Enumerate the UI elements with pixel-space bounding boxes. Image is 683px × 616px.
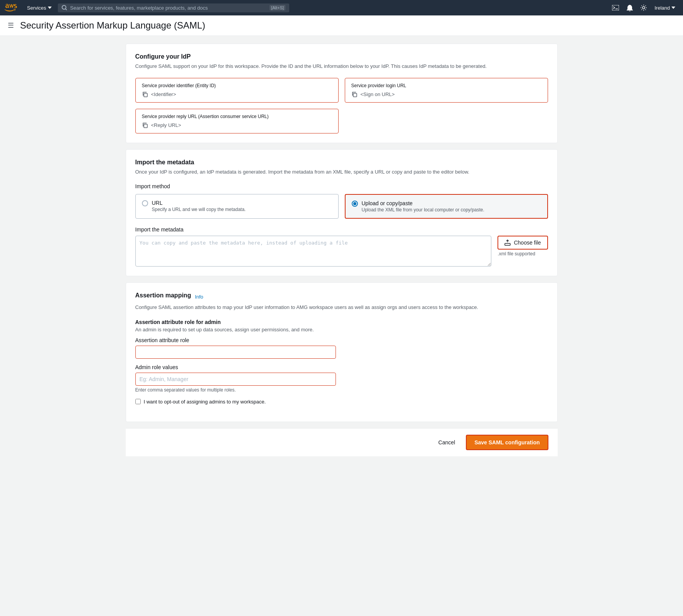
choose-file-label: Choose file — [514, 240, 541, 246]
admin-role-values-input[interactable] — [135, 373, 336, 386]
upload-option-desc: Upload the XML file from your local comp… — [362, 207, 484, 213]
search-input[interactable] — [70, 5, 266, 11]
idp-grid: Service provider identifier (Entity ID) … — [135, 78, 548, 133]
copy-icon-login[interactable] — [351, 91, 358, 98]
admin-role-title: Assertion attribute role for admin — [135, 319, 548, 325]
admin-role-desc: An admin is required to set up data sour… — [135, 327, 548, 332]
nav-right: Ireland — [609, 3, 678, 13]
login-url-value: <Sign on URL> — [351, 91, 541, 98]
aws-logo[interactable] — [5, 3, 19, 12]
cancel-button[interactable]: Cancel — [432, 435, 462, 450]
reply-url-value: <Reply URL> — [142, 122, 332, 128]
svg-rect-2 — [612, 5, 619, 10]
services-label: Services — [27, 5, 46, 11]
svg-rect-7 — [144, 124, 147, 128]
url-option-desc: Specify a URL and we will copy the metad… — [152, 207, 246, 212]
reply-url-box: Service provider reply URL (Assertion co… — [135, 109, 339, 133]
info-link[interactable]: Info — [195, 294, 203, 300]
entity-id-text: <Identifier> — [151, 91, 176, 97]
url-option-text: URL Specify a URL and we will copy the m… — [152, 200, 246, 212]
metadata-label: Import the metadata — [135, 226, 548, 233]
svg-line-1 — [66, 9, 67, 10]
copy-icon-reply[interactable] — [142, 122, 148, 128]
search-bar[interactable]: [Alt+S] — [58, 3, 289, 12]
copy-icon-entity[interactable] — [142, 91, 148, 98]
svg-point-0 — [62, 5, 66, 9]
hamburger-menu[interactable]: ☰ — [8, 21, 14, 30]
upload-option-title: Upload or copy/paste — [362, 200, 484, 206]
region-label: Ireland — [654, 5, 670, 11]
xml-hint: .xml file supported — [497, 251, 535, 257]
url-radio[interactable] — [142, 200, 148, 206]
services-menu[interactable]: Services — [24, 3, 55, 12]
configure-idp-section: Configure your IdP Configure SAML suppor… — [126, 44, 558, 143]
method-options: URL Specify a URL and we will copy the m… — [135, 194, 548, 219]
region-selector[interactable]: Ireland — [651, 3, 678, 12]
admin-role-values-label: Admin role values — [135, 364, 548, 370]
svg-rect-8 — [505, 243, 510, 245]
url-option-title: URL — [152, 200, 246, 206]
svg-point-4 — [643, 7, 645, 9]
login-url-label: Service provider login URL — [351, 83, 541, 88]
opt-out-checkbox[interactable] — [135, 399, 141, 404]
assertion-attr-role-input[interactable] — [135, 346, 336, 359]
assertion-header: Assertion mapping Info — [135, 292, 548, 301]
opt-out-row: I want to opt-out of assigning admins to… — [135, 399, 548, 405]
upload-option-text: Upload or copy/paste Upload the XML file… — [362, 200, 484, 213]
footer: Cancel Save SAML configuration — [126, 428, 558, 456]
choose-file-area: Choose file .xml file supported — [497, 236, 548, 257]
upload-radio-inner — [353, 202, 356, 205]
search-shortcut: [Alt+S] — [270, 5, 285, 10]
configure-idp-desc: Configure SAML support on your IdP for t… — [135, 62, 548, 70]
assertion-mapping-title: Assertion mapping — [135, 292, 191, 299]
entity-id-value: <Identifier> — [142, 91, 332, 98]
upload-radio[interactable] — [352, 201, 358, 207]
configure-idp-title: Configure your IdP — [135, 53, 548, 60]
assertion-mapping-desc: Configure SAML assertion attributes to m… — [135, 304, 548, 311]
reply-url-text: <Reply URL> — [151, 122, 181, 128]
entity-id-box: Service provider identifier (Entity ID) … — [135, 78, 339, 103]
page-title: Security Assertion Markup Language (SAML… — [20, 20, 205, 31]
comma-hint: Enter comma separated values for multipl… — [135, 387, 548, 393]
main-content: Configure your IdP Configure SAML suppor… — [118, 36, 565, 464]
import-method-label: Import method — [135, 183, 548, 189]
entity-id-label: Service provider identifier (Entity ID) — [142, 83, 332, 88]
login-url-box: Service provider login URL <Sign on URL> — [345, 78, 548, 103]
top-navigation: Services [Alt+S] Ireland — [0, 0, 683, 15]
upload-icon — [504, 240, 511, 246]
reply-url-label: Service provider reply URL (Assertion co… — [142, 114, 332, 119]
metadata-row: Choose file .xml file supported — [135, 236, 548, 267]
import-metadata-desc: Once your IdP is configured, an IdP meta… — [135, 168, 548, 176]
svg-rect-6 — [353, 93, 357, 97]
metadata-textarea[interactable] — [135, 236, 492, 267]
bell-icon[interactable] — [624, 3, 636, 13]
upload-option[interactable]: Upload or copy/paste Upload the XML file… — [345, 194, 548, 219]
page-header: ☰ Security Assertion Markup Language (SA… — [0, 15, 683, 36]
assertion-attr-role-label: Assertion attribute role — [135, 337, 548, 343]
login-url-text: <Sign on URL> — [361, 91, 395, 97]
assertion-mapping-section: Assertion mapping Info Configure SAML as… — [126, 282, 558, 422]
import-metadata-section: Import the metadata Once your IdP is con… — [126, 149, 558, 277]
settings-icon[interactable] — [637, 3, 650, 12]
terminal-icon[interactable] — [609, 3, 622, 12]
url-option[interactable]: URL Specify a URL and we will copy the m… — [135, 194, 339, 219]
opt-out-label: I want to opt-out of assigning admins to… — [144, 399, 266, 405]
choose-file-button[interactable]: Choose file — [497, 236, 548, 250]
svg-rect-5 — [144, 93, 147, 97]
save-button[interactable]: Save SAML configuration — [466, 435, 548, 450]
import-metadata-title: Import the metadata — [135, 159, 548, 166]
